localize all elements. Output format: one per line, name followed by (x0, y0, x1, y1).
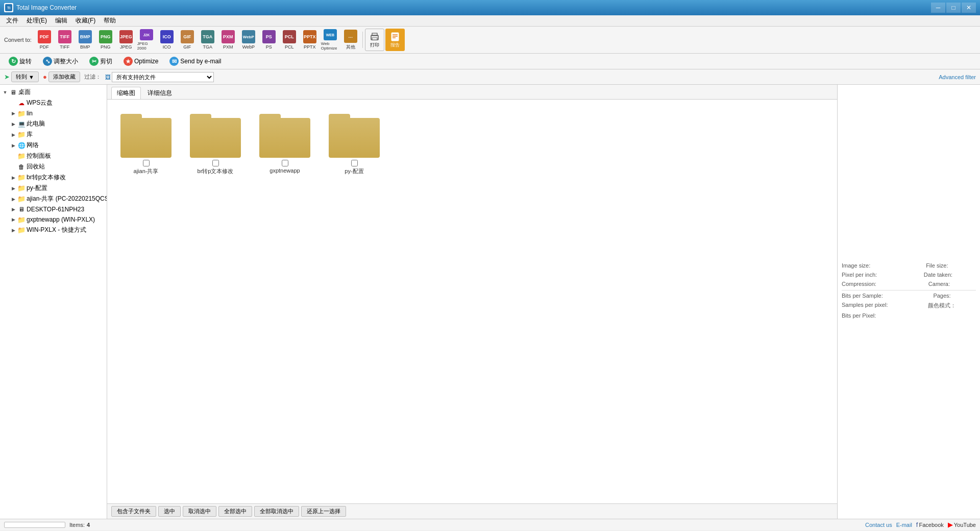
sidebar-item-lin[interactable]: ▶ 📁 lin (0, 108, 107, 118)
sidebar-item-gxpt[interactable]: ▶ 📁 gxptnewapp (WIN-PXLX) (0, 214, 107, 225)
pixel-per-inch-label: Pixel per inch: (842, 272, 877, 278)
folder-checkbox-2[interactable] (282, 160, 288, 166)
image-size-label: Image size: (842, 262, 870, 269)
expand-icon (10, 164, 16, 170)
toolbar-separator (362, 32, 363, 48)
format-web-optimize[interactable]: WEB Web Optimize (321, 29, 340, 51)
sidebar-item-library[interactable]: ▶ 📁 库 (0, 129, 107, 140)
youtube-link[interactable]: ▶ YouTube (948, 521, 976, 528)
folder-item[interactable]: ajian-共享 (115, 108, 177, 179)
folder-item[interactable]: gxptnewapp (254, 108, 315, 179)
recycle-icon: 🗑 (17, 163, 26, 171)
filter-select[interactable]: 所有支持的文件 (112, 72, 214, 82)
info-preview-area (842, 89, 976, 262)
close-button[interactable]: ✕ (962, 3, 976, 13)
email-link[interactable]: E-mail (896, 522, 912, 528)
return-previous-button[interactable]: 还原上一选择 (301, 506, 346, 517)
sidebar-item-py[interactable]: ▶ 📁 py-配置 (0, 183, 107, 194)
folder-checkbox-3[interactable] (351, 160, 358, 166)
folder-item[interactable]: py-配置 (324, 108, 385, 179)
convert-label: Convert to: (4, 37, 32, 43)
shared-folder-icon: 📁 (17, 195, 26, 203)
desktop61-icon: 🖥 (17, 205, 26, 213)
items-count: 4 (87, 522, 90, 528)
format-png[interactable]: PNG PNG (96, 29, 115, 51)
sidebar-item-br[interactable]: ▶ 📁 br转p文本修改 (0, 172, 107, 183)
desktop-icon: 🖥 (9, 88, 17, 96)
select-all-button[interactable]: 全部选中 (218, 506, 252, 517)
print-icon (370, 32, 380, 42)
sidebar-item-ajian[interactable]: ▶ 📁 ajian-共享 (PC-20220215QCSE) (0, 194, 107, 204)
format-pptx[interactable]: PPTX PPTX (300, 29, 320, 51)
convert-to-button[interactable]: 转到 ▼ (11, 71, 39, 82)
email-button[interactable]: ✉ Send by e-mail (165, 55, 226, 68)
folder-item[interactable]: br转p文本修改 (185, 108, 246, 179)
format-ico[interactable]: ICO ICO (157, 29, 177, 51)
format-gif[interactable]: GIF GIF (178, 29, 197, 51)
sidebar-item-pc[interactable]: ▶ 💻 此电脑 (0, 118, 107, 129)
sidebar-item-network[interactable]: ▶ 🌐 网络 (0, 140, 107, 151)
menu-process[interactable]: 处理(E) (22, 15, 51, 26)
crop-icon: ✂ (89, 57, 99, 66)
sidebar-item-desktop[interactable]: ▼ 🖥 桌面 (0, 87, 107, 98)
menu-file[interactable]: 文件 (2, 15, 22, 26)
format-jpeg[interactable]: JPEG JPEG (116, 29, 136, 51)
sidebar-item-desktop61[interactable]: ▶ 🖥 DESKTOP-61NPH23 (0, 204, 107, 214)
facebook-icon: f (916, 521, 918, 528)
restore-button[interactable]: □ (946, 3, 961, 13)
folder-checkbox-0[interactable] (143, 160, 150, 166)
folder-name: br转p文本修改 (198, 167, 234, 175)
menu-bar: 文件 处理(E) 编辑 收藏(F) 帮助 (0, 15, 980, 27)
expand-icon: ▶ (10, 175, 16, 181)
optimize-button[interactable]: ★ Optimize (119, 55, 163, 68)
tga-icon: TGA (201, 30, 214, 43)
sidebar-item-winpxlx[interactable]: ▶ 📁 WIN-PXLX - 快捷方式 (0, 225, 107, 235)
minimize-button[interactable]: ─ (931, 3, 945, 13)
select-button[interactable]: 选中 (158, 506, 181, 517)
format-other[interactable]: … 其他 (341, 29, 360, 51)
status-bar: Items: 4 Contact us E-mail f Facebook ▶ … (0, 519, 980, 530)
format-ps[interactable]: PS PS (259, 29, 279, 51)
menu-favorites[interactable]: 收藏(F) (71, 15, 100, 26)
format-bmp[interactable]: BMP BMP (76, 29, 95, 51)
jpeg-icon: JPEG (119, 30, 133, 43)
tab-thumbnail[interactable]: 缩略图 (111, 87, 141, 99)
format-tiff[interactable]: TIFF TIFF (55, 29, 75, 51)
web-optimize-icon: WEB (324, 29, 337, 40)
bits-per-sample-label: Bits per Sample: (842, 293, 883, 299)
expand-icon (10, 153, 16, 159)
format-pcl[interactable]: PCL PCL (280, 29, 299, 51)
add-favorites-button[interactable]: 添加收藏 (48, 71, 80, 82)
resize-button[interactable]: ⤡ 调整大小 (38, 55, 83, 68)
facebook-link[interactable]: f Facebook (916, 521, 944, 528)
menu-edit[interactable]: 编辑 (51, 15, 71, 26)
resize-icon: ⤡ (43, 57, 52, 66)
format-webp[interactable]: WebP WebP (239, 29, 258, 51)
sidebar-item-wps[interactable]: ☁ WPS云盘 (0, 98, 107, 108)
folder-checkbox-1[interactable] (212, 160, 219, 166)
other-icon: … (344, 30, 357, 43)
contact-us-link[interactable]: Contact us (865, 522, 892, 528)
folder-body (259, 118, 310, 158)
include-subfolders-button[interactable]: 包含子文件夹 (111, 506, 156, 517)
convert-filter-bar: ➤ 转到 ▼ ● 添加收藏 过滤： 🖼 所有支持的文件 Advanced fil… (0, 69, 980, 85)
format-pdf[interactable]: PDF PDF (35, 29, 54, 51)
sidebar-item-recycle[interactable]: 🗑 回收站 (0, 161, 107, 172)
format-pxm[interactable]: PXM PXM (218, 29, 238, 51)
format-jpeg2000[interactable]: J2K JPEG 2000 (137, 29, 156, 51)
gif-icon: GIF (181, 30, 194, 43)
report-button[interactable]: 报告 (385, 29, 405, 51)
format-tga[interactable]: TGA TGA (198, 29, 217, 51)
print-button[interactable]: 打印 (365, 29, 384, 51)
menu-help[interactable]: 帮助 (100, 15, 120, 26)
deselect-button[interactable]: 取消选中 (183, 506, 216, 517)
advanced-filter-link[interactable]: Advanced filter (939, 74, 976, 80)
tab-details[interactable]: 详细信息 (142, 87, 178, 99)
filter-dropdown[interactable]: 🖼 所有支持的文件 (105, 72, 214, 82)
email-icon: ✉ (169, 57, 179, 66)
window-controls: ─ □ ✕ (931, 3, 976, 13)
crop-button[interactable]: ✂ 剪切 (85, 55, 117, 68)
rotate-button[interactable]: ↻ 旋转 (4, 55, 36, 68)
deselect-all-button[interactable]: 全部取消选中 (254, 506, 299, 517)
sidebar-item-control-panel[interactable]: 📁 控制面板 (0, 151, 107, 161)
